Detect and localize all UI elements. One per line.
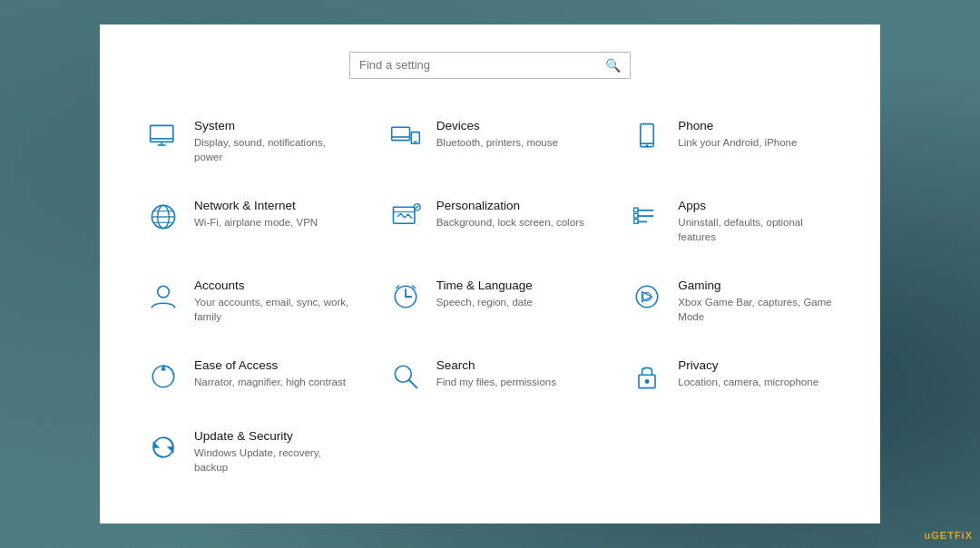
gaming-text: Gaming Xbox Game Bar, captures, Game Mod… [678, 279, 835, 324]
system-subtitle: Display, sound, notifications, power [194, 135, 351, 164]
setting-item-accounts[interactable]: Accounts Your accounts, email, sync, wor… [136, 266, 360, 337]
devices-subtitle: Bluetooth, printers, mouse [436, 135, 558, 150]
phone-subtitle: Link your Android, iPhone [678, 135, 797, 150]
apps-subtitle: Uninstall, defaults, optional features [678, 215, 835, 244]
svg-point-10 [646, 144, 648, 146]
update-icon [145, 429, 181, 465]
update-subtitle: Windows Update, recovery, backup [194, 445, 351, 475]
time-title: Time & Language [436, 279, 533, 292]
privacy-text: Privacy Location, camera, microphone [678, 358, 818, 389]
svg-rect-0 [151, 125, 173, 142]
system-text: System Display, sound, notifications, po… [194, 119, 351, 164]
search-bar-wrapper: 🔍 [136, 52, 844, 79]
svg-rect-16 [393, 207, 414, 223]
search-icon: 🔍 [605, 58, 621, 73]
search-bar[interactable]: 🔍 [349, 52, 631, 79]
setting-item-phone[interactable]: Phone Link your Android, iPhone [620, 106, 844, 177]
settings-grid: System Display, sound, notifications, po… [136, 106, 844, 488]
privacy-subtitle: Location, camera, microphone [678, 375, 818, 389]
accounts-text: Accounts Your accounts, email, sync, wor… [194, 279, 351, 324]
gaming-icon [629, 279, 665, 315]
svg-rect-4 [391, 127, 409, 140]
setting-item-gaming[interactable]: Gaming Xbox Game Bar, captures, Game Mod… [620, 266, 844, 337]
personalization-icon [387, 199, 424, 235]
setting-item-personalization[interactable]: Personalization Background, lock screen,… [378, 186, 603, 257]
personalization-text: Personalization Background, lock screen,… [436, 199, 584, 230]
svg-line-19 [415, 205, 418, 209]
privacy-title: Privacy [678, 358, 818, 372]
setting-item-devices[interactable]: Devices Bluetooth, printers, mouse [378, 106, 603, 177]
network-subtitle: Wi-Fi, airplane mode, VPN [194, 215, 318, 230]
devices-icon [387, 119, 424, 155]
network-title: Network & Internet [194, 199, 318, 212]
network-text: Network & Internet Wi-Fi, airplane mode,… [194, 199, 318, 230]
svg-point-36 [646, 380, 650, 384]
search-title: Search [436, 358, 556, 372]
devices-text: Devices Bluetooth, printers, mouse [436, 119, 558, 150]
search-text: Search Find my files, permissions [436, 358, 556, 389]
update-title: Update & Security [194, 429, 351, 443]
network-icon [145, 199, 181, 235]
system-title: System [194, 119, 351, 132]
setting-item-update[interactable]: Update & Security Windows Update, recove… [136, 416, 360, 487]
apps-text: Apps Uninstall, defaults, optional featu… [678, 199, 835, 244]
phone-text: Phone Link your Android, iPhone [678, 119, 797, 150]
accounts-icon [145, 279, 181, 315]
setting-item-network[interactable]: Network & Internet Wi-Fi, airplane mode,… [136, 186, 360, 257]
time-subtitle: Speech, region, date [436, 295, 533, 309]
search-subtitle: Find my files, permissions [436, 375, 556, 389]
personalization-subtitle: Background, lock screen, colors [436, 215, 584, 230]
accounts-title: Accounts [194, 279, 351, 292]
system-icon [145, 119, 181, 155]
svg-point-26 [158, 286, 170, 298]
setting-item-system[interactable]: System Display, sound, notifications, po… [136, 106, 360, 177]
svg-line-34 [408, 380, 416, 388]
devices-title: Devices [436, 119, 558, 132]
search-input[interactable] [359, 58, 598, 72]
watermark: uGETFiX [925, 530, 973, 541]
accounts-subtitle: Your accounts, email, sync, work, family [194, 295, 351, 324]
privacy-icon [629, 358, 665, 395]
ease-text: Ease of Access Narrator, magnifier, high… [194, 358, 346, 389]
ease-icon [145, 358, 181, 395]
setting-item-search[interactable]: Search Find my files, permissions [378, 346, 603, 407]
gaming-title: Gaming [678, 279, 835, 292]
time-text: Time & Language Speech, region, date [436, 279, 533, 309]
phone-icon [629, 119, 665, 155]
svg-point-30 [637, 286, 658, 307]
apps-title: Apps [678, 199, 835, 212]
ease-subtitle: Narrator, magnifier, high contrast [194, 375, 346, 389]
gaming-subtitle: Xbox Game Bar, captures, Game Mode [678, 295, 835, 324]
settings-window: 🔍 System Display, sound, notifications, … [100, 24, 880, 524]
personalization-title: Personalization [436, 199, 584, 212]
setting-item-privacy[interactable]: Privacy Location, camera, microphone [620, 346, 844, 407]
update-text: Update & Security Windows Update, recove… [194, 429, 351, 475]
setting-item-time[interactable]: Time & Language Speech, region, date [378, 266, 603, 337]
search-icon [387, 358, 424, 395]
time-icon [387, 279, 424, 315]
apps-icon [629, 199, 665, 235]
setting-item-apps[interactable]: Apps Uninstall, defaults, optional featu… [620, 186, 844, 257]
ease-title: Ease of Access [194, 358, 346, 372]
phone-title: Phone [678, 119, 797, 132]
setting-item-ease[interactable]: Ease of Access Narrator, magnifier, high… [136, 346, 360, 407]
